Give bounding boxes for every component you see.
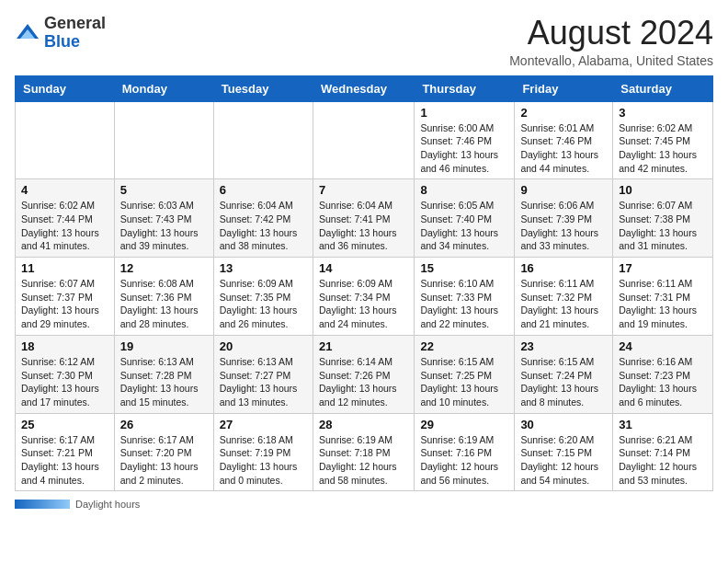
day-info: Sunrise: 6:19 AM Sunset: 7:16 PM Dayligh… bbox=[420, 433, 508, 488]
day-info: Sunrise: 6:15 AM Sunset: 7:24 PM Dayligh… bbox=[520, 355, 607, 409]
title-area: August 2024 Montevallo, Alabama, United … bbox=[509, 15, 713, 68]
day-info: Sunrise: 6:01 AM Sunset: 7:46 PM Dayligh… bbox=[520, 121, 607, 176]
col-header-wednesday: Wednesday bbox=[313, 75, 414, 101]
logo: General Blue bbox=[15, 15, 106, 52]
week-row-4: 18Sunrise: 6:12 AM Sunset: 7:30 PM Dayli… bbox=[16, 335, 713, 413]
day-number: 7 bbox=[319, 183, 408, 197]
month-title: August 2024 bbox=[509, 15, 713, 52]
day-number: 15 bbox=[420, 261, 508, 275]
day-number: 22 bbox=[420, 339, 508, 353]
calendar-cell: 1Sunrise: 6:00 AM Sunset: 7:46 PM Daylig… bbox=[415, 101, 515, 179]
day-info: Sunrise: 6:06 AM Sunset: 7:39 PM Dayligh… bbox=[520, 199, 607, 253]
calendar-cell: 13Sunrise: 6:09 AM Sunset: 7:35 PM Dayli… bbox=[213, 258, 313, 336]
col-header-sunday: Sunday bbox=[16, 75, 115, 101]
calendar-cell: 3Sunrise: 6:02 AM Sunset: 7:45 PM Daylig… bbox=[613, 101, 713, 179]
day-info: Sunrise: 6:13 AM Sunset: 7:28 PM Dayligh… bbox=[120, 355, 208, 409]
calendar-cell: 15Sunrise: 6:10 AM Sunset: 7:33 PM Dayli… bbox=[415, 258, 515, 336]
day-number: 27 bbox=[220, 418, 307, 431]
calendar-cell bbox=[313, 101, 414, 179]
calendar-cell: 21Sunrise: 6:14 AM Sunset: 7:26 PM Dayli… bbox=[313, 335, 414, 413]
day-number: 13 bbox=[220, 261, 307, 275]
day-number: 30 bbox=[520, 418, 607, 431]
logo-text: General Blue bbox=[44, 15, 106, 52]
calendar-cell bbox=[114, 101, 213, 179]
calendar-cell: 23Sunrise: 6:15 AM Sunset: 7:24 PM Dayli… bbox=[515, 335, 613, 413]
day-info: Sunrise: 6:12 AM Sunset: 7:30 PM Dayligh… bbox=[21, 355, 108, 409]
day-info: Sunrise: 6:20 AM Sunset: 7:15 PM Dayligh… bbox=[520, 433, 607, 488]
day-number: 29 bbox=[420, 418, 508, 431]
day-number: 12 bbox=[120, 261, 208, 275]
day-number: 20 bbox=[220, 339, 307, 353]
page-header: General Blue August 2024 Montevallo, Ala… bbox=[15, 15, 713, 68]
day-number: 31 bbox=[619, 418, 707, 431]
calendar-cell: 22Sunrise: 6:15 AM Sunset: 7:25 PM Dayli… bbox=[415, 335, 515, 413]
calendar-cell: 20Sunrise: 6:13 AM Sunset: 7:27 PM Dayli… bbox=[213, 335, 313, 413]
calendar-cell: 9Sunrise: 6:06 AM Sunset: 7:39 PM Daylig… bbox=[515, 179, 613, 258]
day-info: Sunrise: 6:17 AM Sunset: 7:20 PM Dayligh… bbox=[120, 433, 208, 488]
day-number: 9 bbox=[520, 183, 607, 197]
day-number: 11 bbox=[21, 261, 108, 275]
location: Montevallo, Alabama, United States bbox=[509, 53, 713, 68]
day-info: Sunrise: 6:11 AM Sunset: 7:32 PM Dayligh… bbox=[520, 277, 607, 331]
day-info: Sunrise: 6:00 AM Sunset: 7:46 PM Dayligh… bbox=[420, 121, 508, 176]
calendar-cell: 31Sunrise: 6:21 AM Sunset: 7:14 PM Dayli… bbox=[613, 413, 713, 491]
day-info: Sunrise: 6:18 AM Sunset: 7:19 PM Dayligh… bbox=[220, 433, 307, 488]
day-number: 21 bbox=[319, 339, 408, 353]
week-row-3: 11Sunrise: 6:07 AM Sunset: 7:37 PM Dayli… bbox=[16, 258, 713, 336]
calendar-cell: 16Sunrise: 6:11 AM Sunset: 7:32 PM Dayli… bbox=[515, 258, 613, 336]
col-header-thursday: Thursday bbox=[415, 75, 515, 101]
logo-blue: Blue bbox=[44, 32, 80, 51]
day-info: Sunrise: 6:07 AM Sunset: 7:38 PM Dayligh… bbox=[619, 199, 707, 253]
calendar-cell: 8Sunrise: 6:05 AM Sunset: 7:40 PM Daylig… bbox=[415, 179, 515, 258]
day-info: Sunrise: 6:09 AM Sunset: 7:35 PM Dayligh… bbox=[220, 277, 307, 331]
calendar-cell: 26Sunrise: 6:17 AM Sunset: 7:20 PM Dayli… bbox=[114, 413, 213, 491]
calendar-cell: 17Sunrise: 6:11 AM Sunset: 7:31 PM Dayli… bbox=[613, 258, 713, 336]
day-info: Sunrise: 6:07 AM Sunset: 7:37 PM Dayligh… bbox=[21, 277, 108, 331]
day-info: Sunrise: 6:11 AM Sunset: 7:31 PM Dayligh… bbox=[619, 277, 707, 331]
day-info: Sunrise: 6:03 AM Sunset: 7:43 PM Dayligh… bbox=[120, 199, 208, 253]
day-info: Sunrise: 6:05 AM Sunset: 7:40 PM Dayligh… bbox=[420, 199, 508, 253]
calendar-cell: 24Sunrise: 6:16 AM Sunset: 7:23 PM Dayli… bbox=[613, 335, 713, 413]
day-number: 14 bbox=[319, 261, 408, 275]
week-row-1: 1Sunrise: 6:00 AM Sunset: 7:46 PM Daylig… bbox=[16, 101, 713, 179]
calendar-cell: 30Sunrise: 6:20 AM Sunset: 7:15 PM Dayli… bbox=[515, 413, 613, 491]
day-info: Sunrise: 6:09 AM Sunset: 7:34 PM Dayligh… bbox=[319, 277, 408, 331]
day-number: 8 bbox=[420, 183, 508, 197]
day-number: 16 bbox=[520, 261, 607, 275]
day-number: 17 bbox=[619, 261, 707, 275]
calendar-cell: 6Sunrise: 6:04 AM Sunset: 7:42 PM Daylig… bbox=[213, 179, 313, 258]
day-number: 19 bbox=[120, 339, 208, 353]
logo-general: General bbox=[44, 14, 106, 32]
day-number: 3 bbox=[619, 106, 707, 120]
calendar-cell: 18Sunrise: 6:12 AM Sunset: 7:30 PM Dayli… bbox=[16, 335, 115, 413]
col-header-monday: Monday bbox=[114, 75, 213, 101]
day-number: 5 bbox=[120, 183, 208, 197]
logo-icon bbox=[15, 20, 40, 46]
day-info: Sunrise: 6:16 AM Sunset: 7:23 PM Dayligh… bbox=[619, 355, 707, 409]
calendar-cell: 2Sunrise: 6:01 AM Sunset: 7:46 PM Daylig… bbox=[515, 101, 613, 179]
calendar-cell: 4Sunrise: 6:02 AM Sunset: 7:44 PM Daylig… bbox=[16, 179, 115, 258]
day-number: 24 bbox=[619, 339, 707, 353]
day-number: 4 bbox=[21, 183, 108, 197]
day-number: 10 bbox=[619, 183, 707, 197]
calendar-cell: 11Sunrise: 6:07 AM Sunset: 7:37 PM Dayli… bbox=[16, 258, 115, 336]
day-info: Sunrise: 6:17 AM Sunset: 7:21 PM Dayligh… bbox=[21, 433, 108, 488]
calendar-cell: 14Sunrise: 6:09 AM Sunset: 7:34 PM Dayli… bbox=[313, 258, 414, 336]
week-row-5: 25Sunrise: 6:17 AM Sunset: 7:21 PM Dayli… bbox=[16, 413, 713, 491]
daylight-label: Daylight hours bbox=[75, 499, 140, 510]
day-number: 6 bbox=[220, 183, 307, 197]
col-header-saturday: Saturday bbox=[613, 75, 713, 101]
day-number: 1 bbox=[420, 106, 508, 120]
calendar-cell: 7Sunrise: 6:04 AM Sunset: 7:41 PM Daylig… bbox=[313, 179, 414, 258]
day-number: 23 bbox=[520, 339, 607, 353]
calendar-header-row: SundayMondayTuesdayWednesdayThursdayFrid… bbox=[16, 75, 713, 101]
day-info: Sunrise: 6:19 AM Sunset: 7:18 PM Dayligh… bbox=[319, 433, 408, 488]
day-info: Sunrise: 6:08 AM Sunset: 7:36 PM Dayligh… bbox=[120, 277, 208, 331]
day-number: 28 bbox=[319, 418, 408, 431]
day-info: Sunrise: 6:04 AM Sunset: 7:41 PM Dayligh… bbox=[319, 199, 408, 253]
calendar-cell bbox=[16, 101, 115, 179]
week-row-2: 4Sunrise: 6:02 AM Sunset: 7:44 PM Daylig… bbox=[16, 179, 713, 258]
footer-note: Daylight hours bbox=[15, 499, 713, 510]
day-number: 26 bbox=[120, 418, 208, 431]
calendar-table: SundayMondayTuesdayWednesdayThursdayFrid… bbox=[15, 75, 713, 492]
